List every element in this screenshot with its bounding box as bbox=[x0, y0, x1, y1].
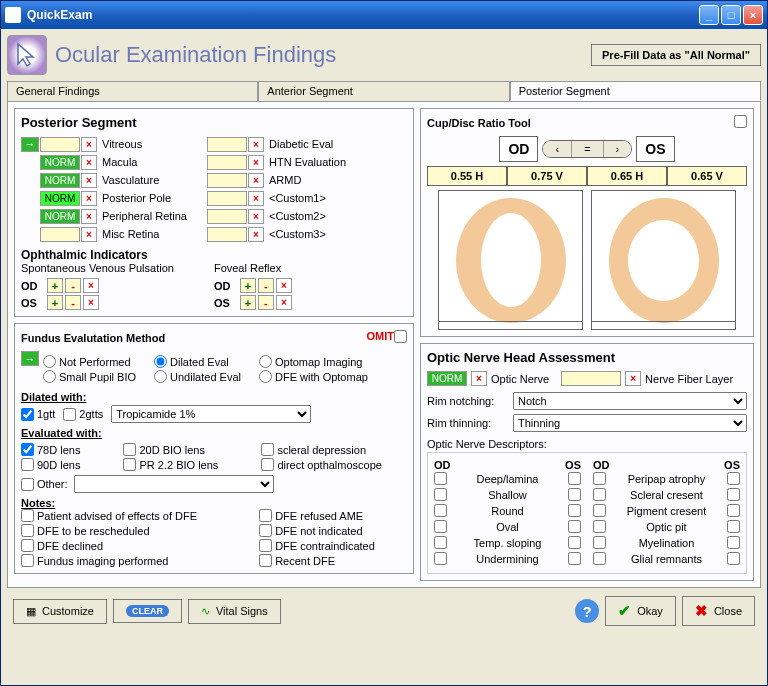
cupdisc-prev[interactable]: ‹ bbox=[543, 141, 572, 157]
norm-badge-c3[interactable] bbox=[207, 227, 247, 242]
svp-os-plus[interactable]: + bbox=[47, 295, 63, 310]
note-4[interactable]: DFE declined bbox=[21, 539, 229, 552]
onh-nfl-badge[interactable] bbox=[561, 371, 621, 386]
norm-badge-c2[interactable] bbox=[207, 209, 247, 224]
radio-small-pupil[interactable]: Small Pupil BIO bbox=[43, 370, 136, 383]
norm-badge-pr[interactable]: NORM bbox=[40, 209, 80, 224]
check-20d[interactable]: 20D BIO lens bbox=[123, 443, 243, 456]
cupdisc-equal[interactable]: = bbox=[572, 141, 603, 157]
radio-not-performed[interactable]: Not Performed bbox=[43, 355, 136, 368]
foveal-od-plus[interactable]: + bbox=[240, 278, 256, 293]
customize-button[interactable]: ▦ Customize bbox=[13, 599, 107, 624]
disc-od[interactable] bbox=[438, 190, 583, 330]
onh-optic-norm[interactable]: NORM bbox=[427, 371, 467, 386]
clear-c1[interactable]: × bbox=[248, 191, 264, 206]
clear-armd[interactable]: × bbox=[248, 173, 264, 188]
apply-all-arrow[interactable]: → bbox=[21, 137, 39, 152]
svp-od-clear[interactable]: × bbox=[83, 278, 99, 293]
norm-badge-pp[interactable]: NORM bbox=[40, 191, 80, 206]
desc-od-check[interactable] bbox=[593, 520, 606, 533]
note-5[interactable]: DFE contraindicated bbox=[259, 539, 407, 552]
norm-badge-vasc[interactable]: NORM bbox=[40, 173, 80, 188]
check-other[interactable]: Other: bbox=[21, 478, 68, 491]
clear-macula[interactable]: × bbox=[81, 155, 97, 170]
norm-badge-c1[interactable] bbox=[207, 191, 247, 206]
foveal-os-minus[interactable]: - bbox=[258, 295, 274, 310]
desc-os-check[interactable] bbox=[727, 504, 740, 517]
norm-badge-de[interactable] bbox=[207, 137, 247, 152]
cupdisc-check[interactable] bbox=[734, 115, 747, 128]
desc-od-check[interactable] bbox=[434, 472, 447, 485]
desc-od-check[interactable] bbox=[434, 504, 447, 517]
radio-optomap[interactable]: Optomap Imaging bbox=[259, 355, 368, 368]
desc-os-check[interactable] bbox=[568, 536, 581, 549]
tab-general-findings[interactable]: General Findings bbox=[7, 81, 258, 101]
desc-od-check[interactable] bbox=[593, 552, 606, 565]
foveal-os-plus[interactable]: + bbox=[240, 295, 256, 310]
note-7[interactable]: Recent DFE bbox=[259, 554, 407, 567]
radio-undilated[interactable]: Undilated Eval bbox=[154, 370, 241, 383]
clear-button[interactable]: CLEAR bbox=[113, 599, 182, 623]
svp-od-minus[interactable]: - bbox=[65, 278, 81, 293]
onh-optic-clear[interactable]: × bbox=[471, 371, 487, 386]
check-direct[interactable]: direct opthalmoscope bbox=[261, 458, 407, 471]
clear-posterior-pole[interactable]: × bbox=[81, 191, 97, 206]
close-button[interactable]: ✖ Close bbox=[682, 596, 755, 626]
desc-os-check[interactable] bbox=[568, 520, 581, 533]
clear-vasculature[interactable]: × bbox=[81, 173, 97, 188]
clear-htn[interactable]: × bbox=[248, 155, 264, 170]
dilating-agent-select[interactable]: Tropicamide 1% bbox=[111, 405, 311, 423]
fundus-apply-arrow[interactable]: → bbox=[21, 351, 39, 366]
rim-thinning-select[interactable]: Thinning bbox=[513, 414, 747, 432]
desc-os-check[interactable] bbox=[568, 472, 581, 485]
clear-diabetic[interactable]: × bbox=[248, 137, 264, 152]
okay-button[interactable]: ✔ Okay bbox=[605, 596, 676, 626]
cupdisc-next[interactable]: › bbox=[604, 141, 632, 157]
foveal-od-minus[interactable]: - bbox=[258, 278, 274, 293]
desc-od-check[interactable] bbox=[434, 520, 447, 533]
clear-c3[interactable]: × bbox=[248, 227, 264, 242]
svp-od-plus[interactable]: + bbox=[47, 278, 63, 293]
disc-os[interactable] bbox=[591, 190, 736, 330]
desc-os-check[interactable] bbox=[568, 488, 581, 501]
check-1gtt[interactable]: 1gtt bbox=[21, 408, 55, 421]
norm-badge-htn[interactable] bbox=[207, 155, 247, 170]
rim-notching-select[interactable]: Notch bbox=[513, 392, 747, 410]
desc-od-check[interactable] bbox=[593, 472, 606, 485]
norm-badge-armd[interactable] bbox=[207, 173, 247, 188]
other-lens-select[interactable] bbox=[74, 475, 274, 493]
desc-os-check[interactable] bbox=[727, 488, 740, 501]
check-78d[interactable]: 78D lens bbox=[21, 443, 105, 456]
svp-os-minus[interactable]: - bbox=[65, 295, 81, 310]
help-button[interactable]: ? bbox=[575, 599, 599, 623]
clear-peripheral[interactable]: × bbox=[81, 209, 97, 224]
clear-misc[interactable]: × bbox=[81, 227, 97, 242]
radio-dfe-optomap[interactable]: DFE with Optomap bbox=[259, 370, 368, 383]
foveal-os-clear[interactable]: × bbox=[276, 295, 292, 310]
note-2[interactable]: DFE to be rescheduled bbox=[21, 524, 229, 537]
desc-od-check[interactable] bbox=[434, 536, 447, 549]
vital-signs-button[interactable]: ∿ Vital Signs bbox=[188, 599, 281, 624]
check-scleral[interactable]: scleral depression bbox=[261, 443, 407, 456]
minimize-button[interactable]: _ bbox=[699, 5, 719, 25]
svp-os-clear[interactable]: × bbox=[83, 295, 99, 310]
desc-od-check[interactable] bbox=[593, 504, 606, 517]
norm-badge[interactable] bbox=[40, 137, 80, 152]
clear-vitreous[interactable]: × bbox=[81, 137, 97, 152]
desc-od-check[interactable] bbox=[593, 488, 606, 501]
check-2gtts[interactable]: 2gtts bbox=[63, 408, 103, 421]
note-1[interactable]: DFE refused AME bbox=[259, 509, 407, 522]
desc-os-check[interactable] bbox=[727, 520, 740, 533]
desc-os-check[interactable] bbox=[727, 472, 740, 485]
desc-os-check[interactable] bbox=[727, 536, 740, 549]
desc-os-check[interactable] bbox=[568, 504, 581, 517]
tab-anterior-segment[interactable]: Anterior Segment bbox=[258, 81, 509, 101]
desc-od-check[interactable] bbox=[434, 488, 447, 501]
note-6[interactable]: Fundus imaging performed bbox=[21, 554, 229, 567]
check-pr22[interactable]: PR 2.2 BIO lens bbox=[123, 458, 243, 471]
close-window-button[interactable]: × bbox=[743, 5, 763, 25]
fundus-omit-check[interactable] bbox=[394, 330, 407, 343]
desc-od-check[interactable] bbox=[593, 536, 606, 549]
desc-os-check[interactable] bbox=[568, 552, 581, 565]
norm-badge-macula[interactable]: NORM bbox=[40, 155, 80, 170]
